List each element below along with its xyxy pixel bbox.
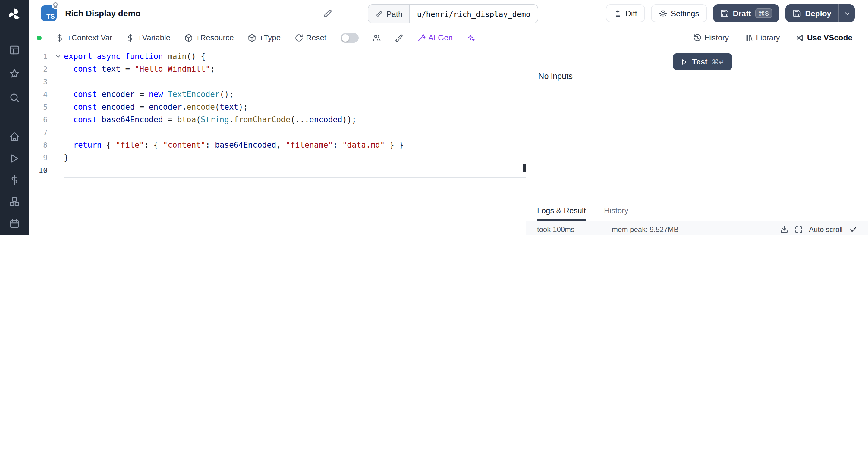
draft-button[interactable]: Draft ⌘S (713, 4, 779, 22)
settings-gear-icon (659, 9, 667, 18)
code-line[interactable]: export async function main() { (64, 50, 526, 63)
magic-wand-icon (417, 33, 425, 42)
code-line[interactable] (64, 164, 526, 178)
code-line[interactable] (64, 75, 526, 88)
line-number[interactable]: 7 (29, 126, 53, 138)
add-type-button[interactable]: +Type (248, 33, 281, 42)
edit-summary-pencil-icon[interactable] (323, 9, 332, 18)
deploy-button[interactable]: Deploy (785, 4, 838, 22)
fold-gutter (53, 50, 64, 235)
code-line[interactable]: const encoder = new TextEncoder(); (64, 88, 526, 101)
multiplayer-toggle[interactable] (340, 33, 358, 42)
dollar-icon (56, 33, 64, 42)
type-label: +Type (259, 33, 281, 42)
add-variable-button[interactable]: +Variable (126, 33, 170, 42)
library-label: Library (756, 33, 780, 42)
settings-label: Settings (671, 9, 699, 18)
users-icon (372, 33, 381, 42)
path-value: u/henri/rich_display_demo (410, 5, 538, 23)
code-line[interactable]: return { "file": { "content": base64Enco… (64, 138, 526, 151)
draft-shortcut: ⌘S (755, 8, 772, 18)
test-button[interactable]: Test ⌘↵ (673, 53, 733, 70)
diff-label: Diff (625, 9, 637, 18)
settings-button[interactable]: Settings (651, 4, 707, 22)
library-icon (744, 33, 753, 42)
line-number[interactable]: 2 (29, 63, 53, 75)
code-editor[interactable]: 12345678910 export async function main()… (29, 50, 526, 235)
no-inputs-text: No inputs (538, 72, 572, 81)
action-toolbar: +Context Var +Variable +Resource +Type R… (29, 27, 868, 50)
add-resource-button[interactable]: +Resource (184, 33, 234, 42)
right-pane: Test ⌘↵ No inputs Logs & Result History … (526, 50, 868, 235)
ai-gen-label: AI Gen (428, 33, 453, 42)
code-line[interactable]: const text = "Hello Windmill"; (64, 63, 526, 75)
test-label: Test (692, 57, 708, 66)
apps-icon[interactable] (9, 44, 20, 56)
schedules-calendar-icon[interactable] (9, 218, 20, 229)
line-number[interactable]: 1 (29, 50, 53, 63)
code-line[interactable]: const encoded = encoder.encode(text); (64, 101, 526, 113)
chevron-down-icon (843, 9, 851, 17)
history-label: History (704, 33, 729, 42)
use-vscode-button[interactable]: Use VScode (796, 33, 852, 42)
diff-button[interactable]: Diff (606, 4, 645, 22)
sidebar (0, 0, 29, 235)
runs-play-icon[interactable] (9, 153, 20, 164)
line-number[interactable]: 5 (29, 101, 53, 113)
add-context-var-button[interactable]: +Context Var (56, 33, 113, 42)
line-number[interactable]: 9 (29, 151, 53, 164)
maximize-logs-icon[interactable] (795, 225, 803, 234)
line-number[interactable]: 3 (29, 75, 53, 88)
search-icon[interactable] (9, 92, 20, 103)
code-lines[interactable]: export async function main() { const tex… (64, 50, 526, 235)
deploy-dropdown-button[interactable] (838, 4, 855, 22)
download-logs-icon[interactable] (780, 225, 788, 234)
package-icon (184, 33, 193, 42)
path-label: Path (386, 9, 403, 19)
auto-scroll-check-icon[interactable] (849, 225, 857, 234)
windmill-app: TS Rich Display demo Path u/henri/rich_d… (0, 0, 868, 235)
line-number[interactable]: 4 (29, 88, 53, 101)
tab-history[interactable]: History (604, 202, 628, 221)
path-pencil-icon (375, 10, 383, 18)
library-button[interactable]: Library (744, 33, 780, 42)
windmill-logo-icon[interactable] (7, 7, 22, 22)
line-number[interactable]: 6 (29, 113, 53, 126)
code-line[interactable]: } (64, 151, 526, 164)
history-clock-icon (693, 33, 701, 42)
log-controls: Auto scroll (780, 225, 857, 234)
favorites-star-icon[interactable] (9, 68, 20, 79)
top-header: TS Rich Display demo Path u/henri/rich_d… (29, 0, 868, 27)
took-text: took 100ms (537, 225, 575, 234)
fold-chevron-icon[interactable] (54, 53, 62, 60)
home-icon[interactable] (9, 131, 20, 142)
reset-label: Reset (306, 33, 327, 42)
line-number[interactable]: 10 (29, 164, 53, 177)
path-control[interactable]: Path u/henri/rich_display_demo (368, 4, 538, 24)
logs-tabbar: Logs & Result History (526, 202, 868, 221)
deploy-button-group: Deploy (785, 4, 855, 22)
draft-label: Draft (733, 9, 751, 18)
run-stats-strip: took 100ms mem peak: 9.527MB Auto scroll (526, 221, 868, 235)
ai-sparkles-button[interactable] (467, 33, 475, 42)
logs-result-panel: Logs & Result History took 100ms mem pea… (526, 202, 868, 235)
code-line[interactable]: const base64Encoded = btoa(String.fromCh… (64, 113, 526, 126)
auto-scroll-label[interactable]: Auto scroll (809, 225, 843, 234)
deploy-label: Deploy (805, 9, 831, 18)
status-green-dot (37, 35, 41, 40)
reset-button[interactable]: Reset (294, 33, 327, 42)
format-code-button[interactable] (395, 33, 403, 42)
ai-gen-button[interactable]: AI Gen (417, 33, 453, 42)
path-edit-button[interactable]: Path (368, 5, 410, 23)
history-button[interactable]: History (693, 33, 729, 42)
resources-boxes-icon[interactable] (9, 196, 20, 207)
tab-logs-result[interactable]: Logs & Result (537, 202, 586, 221)
code-line[interactable] (64, 126, 526, 138)
collaborators-button[interactable] (372, 33, 381, 42)
variables-dollar-icon[interactable] (9, 175, 20, 186)
line-numbers[interactable]: 12345678910 (29, 50, 53, 235)
line-number[interactable]: 8 (29, 138, 53, 151)
variable-label: +Variable (138, 33, 170, 42)
vscode-icon (796, 33, 804, 42)
package-icon (248, 33, 256, 42)
